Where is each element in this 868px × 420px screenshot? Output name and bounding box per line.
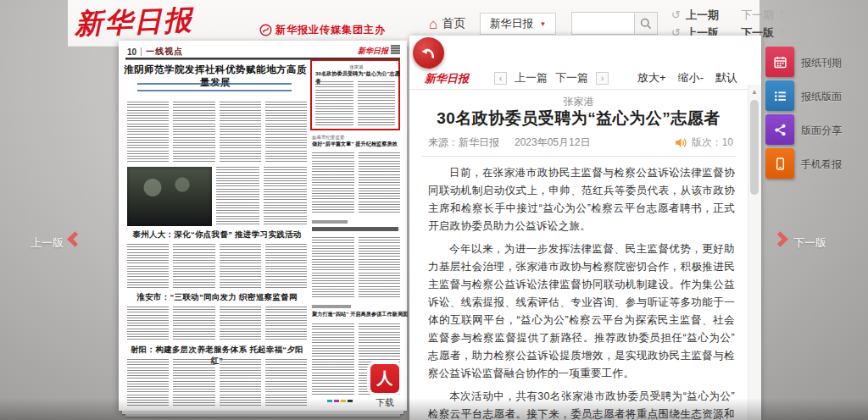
zoom-out-button[interactable]: 缩小- <box>678 70 704 86</box>
news-photo <box>127 167 212 226</box>
page-masthead-logo: 新华日报 <box>358 46 388 57</box>
newspaper-reader-screen: 新华日报 新华报业传媒集团主办 ⌂ 首页 新华日报 ▼ <box>0 0 868 420</box>
download-pdf-button[interactable]: 人 <box>370 364 399 393</box>
placeholder-text-columns <box>127 102 307 164</box>
placeholder-text-columns <box>127 244 307 290</box>
sidebar-label-issues[interactable]: 报纸刊期 <box>801 56 842 70</box>
page-header: 10 一线视点 <box>127 46 183 58</box>
next-page-edge-nav[interactable]: 下一版 <box>793 235 826 251</box>
page-number: 10 <box>127 47 136 57</box>
sidebar-button-layout[interactable] <box>765 80 794 111</box>
chevron-left-icon[interactable] <box>67 231 82 246</box>
placeholder-text-columns <box>127 307 307 342</box>
search-button[interactable] <box>634 12 658 35</box>
xinhua-daily-logo: 新华日报 <box>74 2 193 44</box>
search-icon <box>640 18 652 30</box>
highlight-kicker: 张家港 <box>314 64 399 70</box>
next-article-link[interactable]: 下一篇 <box>555 70 588 86</box>
prev-page-edge-nav[interactable]: 上一版 <box>31 235 64 251</box>
intro-placeholder-text <box>137 83 292 97</box>
newspaper-page[interactable]: 10 一线视点 新华日报 淮阴师范学院发挥社科优势赋能地方高质量发展 泰州人大：… <box>119 41 407 411</box>
placeholder-text-columns <box>312 152 400 213</box>
text-zoom-controls: 放大+ 缩小- 默认 <box>637 70 737 86</box>
speaker-icon[interactable] <box>675 137 687 148</box>
divider <box>141 47 142 56</box>
placeholder-headline <box>312 227 398 231</box>
sidebar-label-layout[interactable]: 报纸版面 <box>801 90 842 104</box>
article-nav-toolbar: ‹ 上一篇 下一篇 › <box>494 70 609 86</box>
share-icon <box>773 123 787 137</box>
sidebar-button-issues[interactable] <box>765 47 794 77</box>
bottom-shadow <box>0 398 868 420</box>
placeholder-text-columns <box>315 81 395 125</box>
nav-home-label: 首页 <box>442 16 465 31</box>
divider <box>421 156 736 157</box>
edition-number: 版次：10 <box>692 135 733 150</box>
article-panel: 新华日报 ‹ 上一篇 下一篇 › 放大+ 缩小- 默认 张家港 30名政协委员受… <box>409 36 761 420</box>
brand-subtitle-group: 新华报业传媒集团主办 <box>259 23 386 37</box>
prev-article-icon[interactable]: ‹ <box>494 72 507 85</box>
next-issue-icon: ↻ <box>779 9 788 20</box>
chevron-down-icon: ▼ <box>540 20 547 28</box>
qr-code <box>391 45 400 54</box>
sidebar-label-share[interactable]: 版面分享 <box>801 124 842 138</box>
search-group <box>571 12 658 35</box>
phone-icon <box>773 157 787 171</box>
next-page-label: 下一版 <box>793 236 826 249</box>
calendar-icon <box>773 55 787 69</box>
headline-huaian: 淮安市：“三联动”同向发力 织密巡察监督网 <box>127 292 307 303</box>
prev-article-link[interactable]: 上一篇 <box>515 70 548 86</box>
paper-select-value: 新华日报 <box>490 16 534 31</box>
scrollbar-thumb[interactable] <box>750 100 759 195</box>
pdf-icon: 人 <box>377 368 393 390</box>
next-edition-icon: ↻ <box>779 27 788 38</box>
placeholder-text-columns <box>216 167 307 226</box>
sidebar-button-mobile[interactable] <box>765 148 794 179</box>
panel-masthead-logo: 新华日报 <box>425 71 469 86</box>
search-input[interactable] <box>571 12 634 35</box>
scrollbar-up-arrow[interactable]: ▲ <box>748 85 761 98</box>
list-icon <box>773 89 787 103</box>
section-name: 一线视点 <box>146 46 183 58</box>
sidebar-label-mobile[interactable]: 手机看报 <box>801 158 842 172</box>
article-meta: 来源：新华日报 2023年05月12日 版次：10 <box>428 135 733 150</box>
article-date: 2023年05月12日 <box>515 135 590 150</box>
home-icon: ⌂ <box>429 17 437 31</box>
sidebar-button-share[interactable] <box>765 114 794 145</box>
placeholder-text-columns <box>312 237 400 298</box>
nav-home[interactable]: ⌂ 首页 <box>429 16 465 31</box>
issue-nav-row: ↺ 上一期 下一期 ↻ <box>671 6 826 24</box>
prev-issue-link[interactable]: 上一期 <box>686 8 719 23</box>
chevron-right-icon[interactable] <box>772 231 787 246</box>
divider <box>409 89 748 90</box>
placeholder-kicker <box>312 305 351 308</box>
next-article-icon[interactable]: › <box>596 72 609 85</box>
article-paragraph: 日前，在张家港市政协民主监督与检察公益诉讼法律监督协同联动机制启动仪式上，申帅、… <box>428 164 735 235</box>
prev-issue-icon: ↺ <box>671 9 681 20</box>
highlighted-article-box[interactable]: 张家港 30名政协委员受聘为“益心为公”志愿者 <box>310 59 400 130</box>
article-title: 30名政协委员受聘为“益心为公”志愿者 <box>418 108 739 130</box>
back-button[interactable] <box>413 37 444 69</box>
article-source: 来源：新华日报 <box>428 135 499 150</box>
prev-page-label: 上一版 <box>31 236 64 249</box>
return-arrow-icon <box>420 45 437 62</box>
next-issue-link[interactable]: 下一期 <box>741 8 774 23</box>
media-group-emblem-icon <box>259 24 272 36</box>
brand-subtitle: 新华报业传媒集团主办 <box>275 23 386 37</box>
placeholder-kicker <box>312 220 348 224</box>
zoom-reset-button[interactable]: 默认 <box>715 70 737 86</box>
article-body: 日前，在张家港市政协民主监督与检察公益诉讼法律监督协同联动机制启动仪式上，申帅、… <box>428 164 735 420</box>
article-paragraph: 今年以来，为进一步发挥法律监督、民主监督优势，更好助力基层社会治理，张家港市政协… <box>428 240 735 383</box>
paper-select-dropdown[interactable]: 新华日报 ▼ <box>480 13 556 35</box>
zoom-in-button[interactable]: 放大+ <box>637 70 666 86</box>
headline-taizhou: 泰州人大：深化“你点我督” 推进学习实践活动 <box>127 229 307 240</box>
